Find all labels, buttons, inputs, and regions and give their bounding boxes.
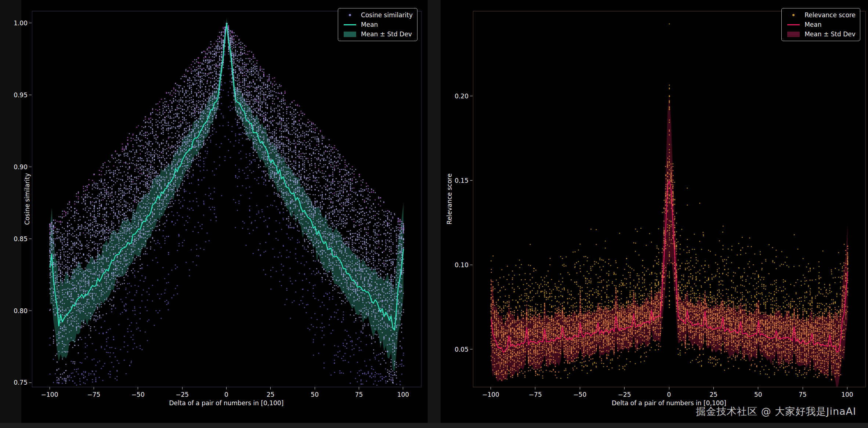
y-tick-label: 0.90	[0, 163, 28, 171]
legend-label: Cosine similarity	[361, 11, 413, 19]
x-tick-mark	[624, 387, 625, 389]
legend-cosine: Cosine similarityMeanMean ± Std Dev	[338, 8, 417, 41]
y-tick-label: 0.85	[0, 235, 28, 243]
x-tick-label: −50	[573, 391, 586, 398]
legend-entry: Mean ± Std Dev	[785, 30, 856, 38]
legend-label: Mean	[804, 21, 821, 28]
x-tick-label: 50	[754, 391, 762, 398]
y-tick-label: 0.80	[0, 307, 28, 315]
legend-label: Mean ± Std Dev	[804, 30, 856, 38]
legend-dot-icon	[342, 14, 358, 16]
y-tick-mark	[470, 96, 473, 96]
x-tick-mark	[535, 387, 535, 389]
y-tick-label: 1.00	[0, 19, 28, 27]
legend-patch-icon	[342, 32, 358, 37]
x-tick-label: 0	[667, 391, 671, 398]
y-tick-label: 0.75	[0, 379, 28, 386]
legend-entry: Relevance score	[785, 11, 856, 19]
x-tick-mark	[803, 387, 803, 389]
x-tick-mark	[713, 387, 714, 389]
figure-cosine-similarity: −100−75−50−2502550751000.750.800.850.900…	[21, 0, 428, 423]
y-tick-mark	[29, 23, 32, 23]
y-axis-label: Cosine similarity	[23, 173, 31, 225]
x-axis-label: Delta of a pair of numbers in [0,100]	[169, 399, 284, 407]
page: { "page": { "watermark": { "text": "掘金技术…	[0, 0, 868, 428]
x-tick-mark	[50, 387, 50, 389]
legend-entry: Mean	[342, 21, 413, 29]
plot-area-cosine	[32, 11, 422, 387]
y-tick-mark	[29, 382, 32, 383]
x-tick-label: 75	[355, 391, 363, 398]
plot-area-relevance	[473, 11, 866, 387]
x-tick-label: 0	[224, 391, 228, 398]
y-tick-label: 0.15	[439, 177, 469, 184]
x-tick-mark	[758, 387, 758, 389]
x-tick-mark	[847, 387, 847, 389]
x-tick-label: −50	[131, 391, 145, 398]
legend-label: Relevance score	[804, 11, 856, 19]
x-tick-label: −25	[618, 391, 631, 398]
x-tick-mark	[94, 387, 94, 389]
x-tick-mark	[182, 387, 182, 389]
x-tick-mark	[580, 387, 580, 389]
legend-label: Mean	[361, 21, 378, 28]
x-tick-mark	[403, 387, 403, 389]
scatter-canvas-relevance	[473, 11, 865, 387]
legend-entry: Cosine similarity	[342, 11, 413, 19]
x-tick-label: −100	[482, 391, 499, 398]
y-tick-mark	[29, 239, 32, 239]
y-tick-label: 0.95	[0, 91, 28, 99]
x-tick-label: −75	[529, 391, 542, 398]
x-tick-mark	[491, 387, 491, 389]
legend-patch-icon	[785, 32, 802, 37]
x-tick-label: 75	[799, 391, 807, 398]
x-tick-mark	[669, 387, 669, 389]
y-tick-mark	[29, 167, 32, 167]
x-tick-label: 25	[267, 391, 275, 398]
legend-line-icon	[342, 24, 358, 25]
figure-relevance-score: −100−75−50−2502550751000.050.100.150.20 …	[441, 0, 868, 423]
left-edge-strip	[0, 0, 21, 423]
y-axis-label: Relevance score	[446, 173, 453, 224]
x-tick-label: −100	[41, 391, 58, 398]
x-tick-mark	[315, 387, 315, 389]
x-tick-label: −75	[87, 391, 101, 398]
y-tick-mark	[470, 349, 473, 349]
x-tick-label: 100	[397, 391, 409, 398]
x-tick-mark	[270, 387, 271, 389]
x-tick-label: 25	[710, 391, 718, 398]
legend-line-icon	[785, 24, 802, 25]
y-tick-mark	[470, 265, 473, 265]
x-tick-label: −25	[176, 391, 189, 398]
y-tick-label: 0.05	[439, 346, 469, 353]
x-tick-label: 100	[841, 391, 853, 398]
scatter-canvas-cosine	[32, 11, 421, 387]
y-tick-mark	[29, 95, 32, 95]
legend-label: Mean ± Std Dev	[361, 30, 412, 38]
bottom-edge-strip	[0, 423, 868, 428]
legend-entry: Mean ± Std Dev	[342, 30, 413, 38]
legend-entry: Mean	[785, 21, 856, 29]
watermark-text: 掘金技术社区 @ 大家好我是JinaAI	[696, 405, 856, 418]
y-tick-mark	[29, 311, 32, 311]
y-tick-mark	[470, 180, 473, 181]
legend-relevance: Relevance scoreMeanMean ± Std Dev	[781, 8, 860, 41]
x-tick-mark	[226, 387, 227, 389]
y-tick-label: 0.10	[439, 261, 469, 269]
x-tick-mark	[138, 387, 138, 389]
y-tick-label: 0.20	[439, 93, 469, 100]
x-tick-label: 50	[311, 391, 319, 398]
legend-dot-icon	[785, 14, 802, 16]
x-tick-mark	[359, 387, 359, 389]
